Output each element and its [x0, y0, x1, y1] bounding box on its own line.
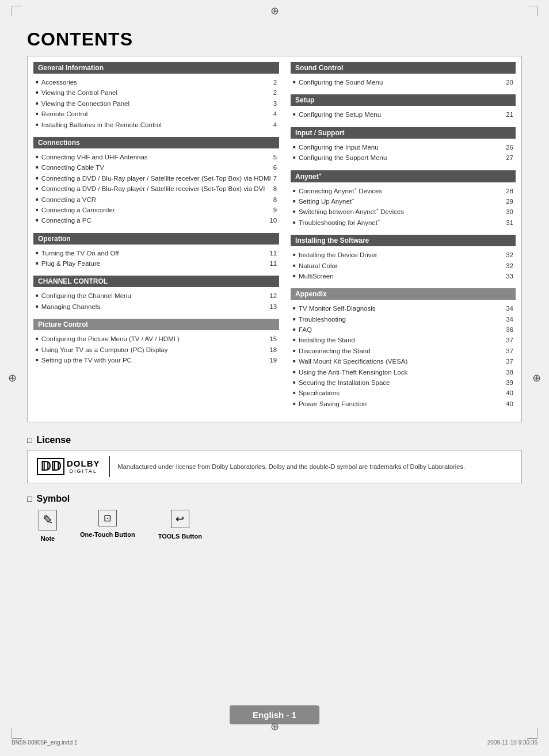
list-item: Configuring the Picture Menu (TV / AV / … — [36, 334, 277, 344]
section-input-support: Input / Support Configuring the Input Me… — [291, 127, 516, 163]
symbol-tools-label: TOOLS Button — [158, 533, 202, 540]
list-item: Wall Mount Kit Specifications (VESA)37 — [293, 356, 513, 366]
list-item: Configuring the Channel Menu12 — [36, 291, 277, 301]
dolby-divider — [109, 456, 110, 477]
list-item: Connecting a VCR8 — [36, 194, 277, 205]
section-header-anynet: Anynet+ — [291, 170, 516, 182]
compass-top-icon: ⊕ — [270, 5, 279, 17]
tools-icon: ↩ — [171, 510, 189, 528]
corner-mark-bl — [12, 728, 22, 739]
section-software: Installing the Software Installing the D… — [291, 235, 516, 281]
list-item: Installing the Device Driver32 — [293, 250, 513, 260]
list-item: Setting up the TV with your PC19 — [36, 355, 277, 365]
section-connections-items: Connecting VHF and UHF Antennas5 Connect… — [33, 152, 279, 226]
dolby-logo: 𝔻𝔻 DOLBY DIGITAL — [37, 458, 100, 475]
section-operation-items: Turning the TV On and Off11 Plug & Play … — [33, 248, 279, 269]
list-item: Using the Anti-Theft Kensington Lock38 — [293, 367, 513, 377]
list-item: Switching between Anynet+ Devices30 — [293, 207, 513, 217]
section-header-appendix: Appendix — [291, 288, 516, 300]
toc-left-column: General Information Accessories2 Viewing… — [33, 62, 279, 416]
list-item: TV Monitor Self-Diagnosis34 — [293, 303, 513, 314]
list-item: FAQ36 — [293, 324, 513, 335]
section-connections: Connections Connecting VHF and UHF Anten… — [33, 137, 279, 226]
corner-mark-tr — [527, 6, 537, 16]
dolby-dd-symbol: 𝔻𝔻 — [37, 458, 64, 475]
list-item: Connecting Anynet+ Devices28 — [293, 186, 513, 196]
toc-right-column: Sound Control Configuring the Sound Menu… — [291, 62, 516, 416]
section-header-sound: Sound Control — [291, 62, 516, 74]
list-item: Specifications40 — [293, 388, 513, 398]
section-anynet: Anynet+ Connecting Anynet+ Devices28 Set… — [291, 170, 516, 228]
list-item: Power Saving Function40 — [293, 399, 513, 409]
list-item: Connecting Cable TV6 — [36, 162, 277, 173]
list-item: Disconnecting the Stand37 — [293, 346, 513, 356]
symbol-note-label: Note — [41, 535, 55, 542]
note-icon: ✎ — [39, 510, 57, 530]
list-item: Troubleshooting34 — [293, 314, 513, 324]
list-item: Remote Control4 — [36, 109, 277, 119]
section-setup-items: Configuring the Setup Menu21 — [291, 109, 516, 120]
section-appendix-items: TV Monitor Self-Diagnosis34 Troubleshoot… — [291, 303, 516, 409]
section-header-picture: Picture Control — [33, 319, 279, 330]
section-channel-items: Configuring the Channel Menu12 Managing … — [33, 291, 279, 312]
list-item: Turning the TV On and Off11 — [36, 248, 277, 258]
list-item: Connecting a Camcorder9 — [36, 205, 277, 215]
contents-title: CONTENTS — [27, 29, 522, 50]
symbol-section: Symbol ✎ Note ⊡ One-Touch Button ↩ TOOLS… — [27, 494, 522, 542]
license-description: Manufactured under license from Dolby La… — [118, 462, 465, 472]
section-header-connections: Connections — [33, 137, 279, 148]
section-setup: Setup Configuring the Setup Menu21 — [291, 94, 516, 120]
list-item: Viewing the Connection Panel3 — [36, 98, 277, 109]
list-item: Setting Up Anynet+29 — [293, 196, 513, 207]
footer-left: BN59-00905F_eng.indd 1 — [12, 739, 78, 746]
symbol-items: ✎ Note ⊡ One-Touch Button ↩ TOOLS Button — [39, 510, 522, 542]
footer-bar: BN59-00905F_eng.indd 1 2009-11-10 9:30:3… — [0, 739, 549, 746]
compass-bottom-icon: ⊕ — [270, 720, 279, 733]
list-item: Viewing the Control Panel2 — [36, 87, 277, 98]
list-item: Securing the Installation Space39 — [293, 377, 513, 388]
dolby-name: DOLBY — [67, 459, 100, 469]
list-item: Accessories2 — [36, 77, 277, 87]
section-sound-items: Configuring the Sound Menu20 — [291, 77, 516, 87]
toc-grid: General Information Accessories2 Viewing… — [27, 56, 522, 422]
section-sound-control: Sound Control Configuring the Sound Menu… — [291, 62, 516, 87]
section-appendix: Appendix TV Monitor Self-Diagnosis34 Tro… — [291, 288, 516, 409]
section-general-items: Accessories2 Viewing the Control Panel2 … — [33, 77, 279, 130]
symbol-tools: ↩ TOOLS Button — [158, 510, 202, 542]
corner-mark-br — [527, 728, 537, 739]
section-header-setup: Setup — [291, 94, 516, 106]
one-touch-icon: ⊡ — [98, 510, 117, 526]
list-item: Managing Channels13 — [36, 301, 277, 312]
section-software-items: Installing the Device Driver32 Natural C… — [291, 250, 516, 281]
section-header-general: General Information — [33, 62, 279, 74]
corner-mark-tl — [12, 6, 22, 16]
footer-right: 2009-11-10 9:30:36 — [487, 739, 537, 746]
list-item: MultiScreen33 — [293, 271, 513, 281]
list-item: Using Your TV as a Computer (PC) Display… — [36, 345, 277, 355]
list-item: Configuring the Sound Menu20 — [293, 77, 513, 87]
section-operation: Operation Turning the TV On and Off11 Pl… — [33, 233, 279, 269]
license-label: License — [27, 435, 522, 445]
list-item: Configuring the Input Menu26 — [293, 142, 513, 152]
list-item: Connecting a DVD / Blu-Ray player / Sate… — [36, 184, 277, 194]
symbol-one-touch: ⊡ One-Touch Button — [80, 510, 135, 542]
license-box: 𝔻𝔻 DOLBY DIGITAL Manufactured under lice… — [27, 450, 522, 483]
list-item: Installing Batteries in the Remote Contr… — [36, 120, 277, 130]
main-content: CONTENTS General Information Accessories… — [27, 29, 522, 422]
section-anynet-items: Connecting Anynet+ Devices28 Setting Up … — [291, 186, 516, 228]
section-header-channel: CHANNEL CONTROL — [33, 276, 279, 287]
list-item: Configuring the Support Menu27 — [293, 152, 513, 163]
compass-right-icon: ⊕ — [532, 372, 541, 384]
symbol-one-touch-label: One-Touch Button — [80, 531, 135, 538]
list-item: Plug & Play Feature11 — [36, 258, 277, 269]
list-item: Troubleshooting for Anynet+31 — [293, 217, 513, 228]
section-channel-control: CHANNEL CONTROL Configuring the Channel … — [33, 276, 279, 312]
section-header-operation: Operation — [33, 233, 279, 245]
symbol-label: Symbol — [27, 494, 522, 504]
license-section: License 𝔻𝔻 DOLBY DIGITAL Manufactured un… — [27, 435, 522, 483]
list-item: Configuring the Setup Menu21 — [293, 109, 513, 120]
compass-left-icon: ⊕ — [8, 372, 17, 384]
symbol-note: ✎ Note — [39, 510, 57, 542]
section-general-information: General Information Accessories2 Viewing… — [33, 62, 279, 130]
list-item: Connecting VHF and UHF Antennas5 — [36, 152, 277, 162]
